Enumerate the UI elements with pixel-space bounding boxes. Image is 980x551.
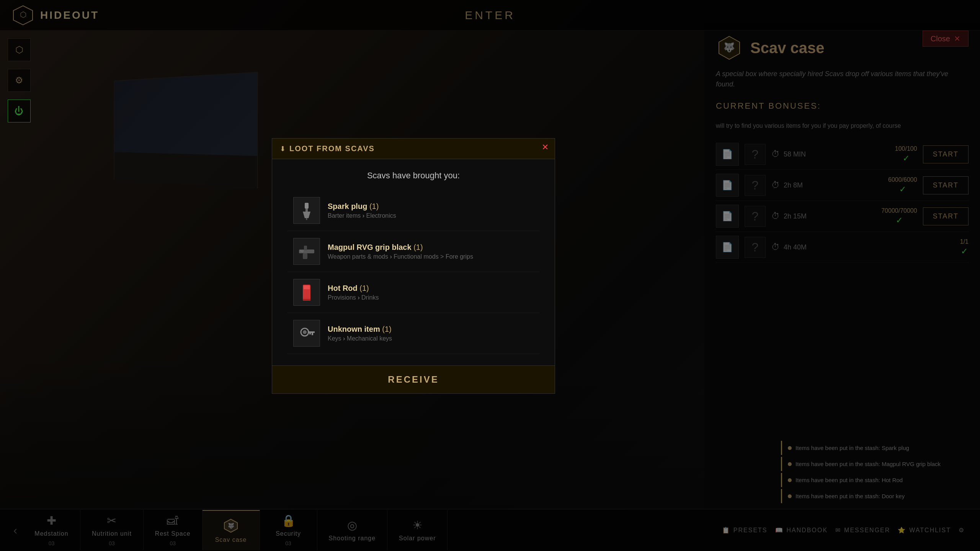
svg-marker-6 — [303, 212, 310, 218]
svg-rect-9 — [304, 246, 307, 250]
item-2-name: Hot Rod (1) — [328, 284, 534, 293]
item-3-category: Keys › Mechanical keys — [328, 335, 534, 342]
svg-rect-4 — [305, 203, 309, 209]
modal-body: Scavs have brought you: Spark plug (1) — [272, 159, 555, 365]
item-0-count: (1) — [369, 202, 379, 210]
grip-svg: 52 — [297, 242, 316, 261]
svg-rect-13 — [304, 285, 310, 289]
modal-title: LOOT FROM SCAVS — [289, 144, 375, 153]
item-3-text: Unknown item (1) Keys › Mechanical keys — [328, 325, 534, 342]
loot-item-1[interactable]: 52 Magpul RVG grip black (1) Weapon part… — [287, 231, 539, 272]
hotrod-svg — [297, 283, 316, 302]
loot-icon: ⬇ — [280, 145, 286, 153]
svg-text:52: 52 — [300, 249, 304, 253]
loot-modal: ⬇ LOOT FROM SCAVS ✕ Scavs have brought y… — [272, 138, 555, 394]
modal-close-button[interactable]: ✕ — [539, 142, 551, 153]
svg-rect-17 — [308, 331, 315, 333]
item-0-category: Barter items › Electronics — [328, 212, 534, 219]
item-2-icon — [293, 279, 320, 306]
loot-item-2[interactable]: Hot Rod (1) Provisions › Drinks — [287, 272, 539, 313]
item-0-name: Spark plug (1) — [328, 202, 534, 211]
svg-rect-10 — [303, 253, 307, 259]
item-3-count: (1) — [382, 325, 391, 333]
svg-rect-18 — [312, 333, 313, 335]
item-0-text: Spark plug (1) Barter items › Electronic… — [328, 202, 534, 219]
modal-header: ⬇ LOOT FROM SCAVS ✕ — [272, 139, 555, 159]
svg-rect-19 — [309, 333, 311, 334]
subtitle-text: Scavs have brought you: — [287, 171, 539, 181]
item-2-category: Provisions › Drinks — [328, 294, 534, 301]
item-2-text: Hot Rod (1) Provisions › Drinks — [328, 284, 534, 301]
svg-point-16 — [303, 330, 307, 334]
key-svg — [297, 324, 316, 343]
loot-item-0[interactable]: Spark plug (1) Barter items › Electronic… — [287, 190, 539, 231]
item-3-name: Unknown item (1) — [328, 325, 534, 334]
item-1-count: (1) — [413, 243, 423, 251]
svg-rect-5 — [305, 209, 308, 212]
item-2-count: (1) — [359, 284, 369, 292]
receive-button[interactable]: RECEIVE — [272, 365, 555, 393]
modal-overlay: ⬇ LOOT FROM SCAVS ✕ Scavs have brought y… — [0, 0, 980, 551]
item-3-icon — [293, 320, 320, 347]
loot-item-3[interactable]: Unknown item (1) Keys › Mechanical keys — [287, 313, 539, 354]
svg-rect-14 — [303, 299, 310, 301]
item-0-icon — [293, 197, 320, 224]
item-1-icon: 52 — [293, 238, 320, 265]
item-1-category: Weapon parts & mods › Functional mods > … — [328, 253, 534, 260]
item-1-name: Magpul RVG grip black (1) — [328, 243, 534, 252]
spark-plug-svg — [297, 201, 316, 220]
item-1-text: Magpul RVG grip black (1) Weapon parts &… — [328, 243, 534, 260]
